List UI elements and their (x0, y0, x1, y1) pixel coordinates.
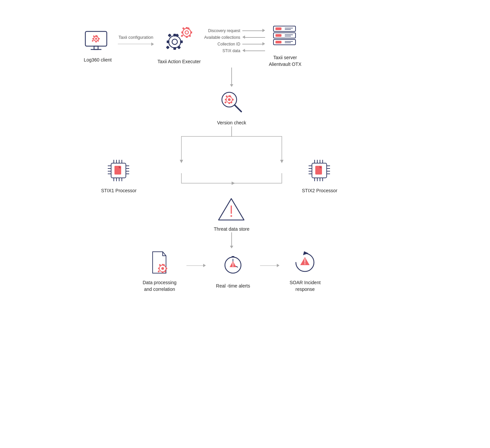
svg-rect-50 (229, 102, 230, 104)
realtime-alerts-node: Real -time alerts (216, 252, 250, 290)
svg-rect-6 (95, 41, 97, 42)
bottom-row: Data processing and correlation (34, 248, 429, 293)
collection-id-arrow: Collection ID (204, 42, 265, 46)
svg-rect-22 (166, 45, 170, 49)
version-check-node: Version check (217, 87, 247, 126)
stix-data-arrow: STIX data (204, 48, 265, 53)
svg-rect-17 (180, 40, 183, 43)
data-processing-node: Data processing and correlation (143, 248, 176, 293)
version-check-row: Version check (34, 87, 429, 126)
svg-rect-52 (225, 99, 227, 101)
v-arrow-2 (34, 232, 429, 248)
svg-rect-51 (232, 99, 234, 101)
svg-rect-55 (230, 101, 233, 104)
svg-rect-11 (97, 40, 99, 42)
taxii-server-icon (270, 23, 300, 52)
svg-rect-7 (98, 38, 100, 39)
svg-rect-16 (173, 47, 176, 50)
svg-rect-12 (92, 40, 94, 42)
svg-rect-56 (224, 101, 227, 104)
arrow-alerts-to-soar (260, 262, 279, 268)
taxii-executer-label: Taxii Action Executer (157, 59, 200, 65)
soar-icon (291, 248, 319, 277)
discovery-arrow: Discovery request (204, 28, 265, 33)
svg-rect-36 (275, 27, 281, 30)
svg-rect-103 (166, 268, 167, 269)
soar-node: SOAR Incident response (290, 248, 321, 293)
svg-point-98 (231, 215, 232, 217)
svg-rect-32 (181, 35, 183, 37)
svg-rect-8 (92, 38, 94, 39)
svg-point-115 (232, 266, 233, 267)
log360-label: Log360 client (84, 57, 111, 64)
data-processing-label: Data processing and correlation (143, 279, 176, 293)
svg-rect-27 (190, 31, 192, 33)
taxii-executer-icon (161, 26, 197, 56)
converge-section (34, 173, 429, 200)
svg-rect-1 (94, 46, 98, 49)
svg-rect-108 (158, 270, 160, 273)
version-check-icon (217, 87, 247, 117)
realtime-alerts-label: Real -time alerts (216, 283, 250, 290)
svg-rect-31 (188, 35, 191, 37)
version-check-label: Version check (217, 120, 246, 126)
data-processing-icon (145, 248, 174, 277)
branch-section: STIX1 Processor (34, 126, 429, 173)
threat-store-icon (217, 197, 247, 223)
svg-marker-95 (232, 182, 235, 185)
svg-rect-26 (186, 36, 188, 38)
svg-marker-58 (280, 160, 283, 163)
taxii-config-label: Taxii configuration (118, 35, 153, 40)
realtime-alerts-icon (219, 252, 247, 280)
svg-rect-38 (275, 41, 281, 43)
available-collections-arrow: Available collections (204, 35, 265, 40)
svg-marker-57 (180, 160, 183, 163)
svg-rect-104 (158, 268, 160, 269)
taxii-server-arrows: Discovery request Available collections … (204, 28, 265, 53)
svg-rect-102 (162, 271, 164, 273)
svg-point-4 (95, 38, 97, 40)
svg-marker-116 (302, 250, 308, 255)
arrow-processing-to-alerts (186, 262, 206, 268)
soar-label: SOAR Incident response (290, 279, 321, 293)
svg-point-48 (228, 98, 231, 101)
threat-store-node: Threat data store (214, 197, 250, 233)
taxii-executer-node: Taxii Action Executer (157, 26, 201, 65)
svg-point-24 (185, 31, 188, 34)
svg-point-14 (172, 39, 177, 44)
taxii-server-node: Taxii server Alientvault OTX (268, 23, 302, 68)
svg-rect-112 (232, 256, 234, 257)
svg-rect-21 (177, 45, 181, 49)
svg-line-46 (235, 105, 241, 112)
taxii-server-label: Taxii server Alientvault OTX (269, 54, 301, 68)
svg-point-100 (161, 267, 164, 270)
main-diagram: Log360 client Taxii configuration (61, 0, 429, 306)
log360-client-node: Log360 client (81, 27, 114, 64)
threat-store-label: Threat data store (214, 226, 250, 233)
threat-store-row: Threat data store (34, 197, 429, 233)
svg-rect-28 (181, 31, 183, 33)
svg-rect-37 (275, 34, 281, 37)
svg-rect-18 (167, 40, 169, 43)
svg-point-119 (305, 263, 306, 264)
v-arrow-1 (34, 68, 429, 87)
log360-client-icon (83, 27, 113, 54)
